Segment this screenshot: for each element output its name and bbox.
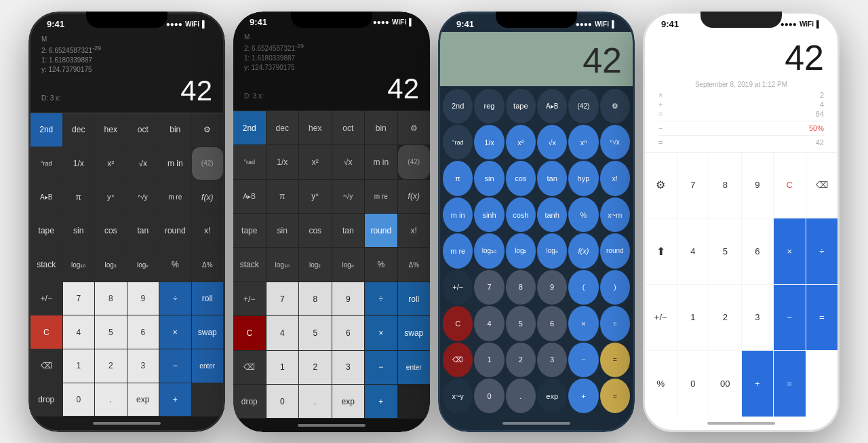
b3-42[interactable]: (42) xyxy=(568,89,598,123)
b3-sq[interactable]: x² xyxy=(506,125,536,159)
btn-c-1[interactable]: C xyxy=(31,315,62,349)
btn-sin-2[interactable]: sin xyxy=(267,214,299,247)
btn-add-2[interactable]: + xyxy=(365,385,397,418)
b3-loge[interactable]: logₑ xyxy=(537,233,567,268)
b4-pm[interactable]: +/− xyxy=(645,285,677,351)
btn-fact-1[interactable]: x! xyxy=(192,214,224,248)
b3-tape[interactable]: tape xyxy=(506,89,536,123)
btn-round-2[interactable]: round xyxy=(365,214,397,247)
b3-xm[interactable]: x~m xyxy=(600,197,630,232)
b3-c[interactable]: C xyxy=(443,306,473,341)
btn-2-2[interactable]: 2 xyxy=(299,351,332,384)
btn-4-1[interactable]: 4 xyxy=(63,315,95,349)
b3-inv[interactable]: 1/x xyxy=(474,125,504,159)
btn-loge-2[interactable]: logₑ xyxy=(332,248,365,281)
b3-ab[interactable]: A▸B xyxy=(537,89,567,123)
b3-eq[interactable]: = xyxy=(600,343,630,377)
b3-log10[interactable]: log₁₀ xyxy=(474,233,504,268)
btn-2nd-1[interactable]: 2nd xyxy=(31,113,62,147)
btn-fact-2[interactable]: x! xyxy=(398,214,431,247)
b3-xn[interactable]: xⁿ xyxy=(568,125,598,159)
btn-add-1[interactable]: + xyxy=(159,383,191,417)
btn-1-1[interactable]: 1 xyxy=(63,349,95,383)
b3-round[interactable]: round xyxy=(600,233,630,268)
b3-sqrt[interactable]: √x xyxy=(537,125,567,159)
btn-tan-2[interactable]: tan xyxy=(332,214,365,247)
btn-4-2[interactable]: 4 xyxy=(267,316,299,349)
btn-dot-1[interactable]: . xyxy=(95,383,127,417)
b3-reg[interactable]: reg xyxy=(474,89,504,123)
b3-mre[interactable]: m re xyxy=(443,233,473,268)
btn-sqrt-1[interactable]: √x xyxy=(127,147,159,180)
btn-roll-1[interactable]: roll xyxy=(192,282,224,315)
b3-degr[interactable]: °rad xyxy=(443,125,473,159)
btn-mul-2[interactable]: × xyxy=(365,316,397,349)
btn-pct-1[interactable]: % xyxy=(159,248,191,282)
b3-lp[interactable]: ( xyxy=(568,270,598,305)
b4-eq[interactable]: = xyxy=(806,285,838,351)
b3-9[interactable]: 9 xyxy=(537,270,567,305)
btn-dpct-2[interactable]: Δ% xyxy=(398,248,431,281)
b3-add[interactable]: + xyxy=(568,379,598,413)
btn-settings-1[interactable]: ⚙ xyxy=(192,113,224,147)
btn-sq-2[interactable]: x² xyxy=(299,145,332,178)
btn-8-1[interactable]: 8 xyxy=(95,282,127,315)
b3-hyp[interactable]: hyp xyxy=(568,161,598,195)
b4-del[interactable]: ⌫ xyxy=(806,153,838,218)
btn-dec-1[interactable]: dec xyxy=(63,113,95,147)
b4-eq2[interactable]: = xyxy=(774,351,806,417)
btn-log2-2[interactable]: log₂ xyxy=(299,248,332,281)
btn-dpct-1[interactable]: Δ% xyxy=(192,248,224,282)
b3-rp[interactable]: ) xyxy=(600,270,630,305)
btn-inv-1[interactable]: 1/x xyxy=(63,147,95,180)
btn-stack-2[interactable]: stack xyxy=(233,248,266,281)
btn-tape-1[interactable]: tape xyxy=(31,214,62,248)
b3-6[interactable]: 6 xyxy=(537,306,567,341)
btn-min-1[interactable]: m in xyxy=(159,147,191,180)
b4-add[interactable]: + xyxy=(742,351,774,417)
btn-degr-2[interactable]: °rad xyxy=(233,145,266,178)
btn-exp-2[interactable]: exp xyxy=(332,385,365,418)
btn-round-1[interactable]: round xyxy=(159,214,191,248)
btn-2nd-2[interactable]: 2nd xyxy=(233,111,266,145)
b3-pct[interactable]: % xyxy=(568,197,598,232)
btn-log10-2[interactable]: log₁₀ xyxy=(267,248,299,281)
b4-7[interactable]: 7 xyxy=(677,153,709,218)
b3-0[interactable]: 0 xyxy=(474,379,504,413)
btn-pi-2[interactable]: π xyxy=(267,180,299,213)
b3-nrtx[interactable]: ⁿ√x xyxy=(600,125,630,159)
b3-cos[interactable]: cos xyxy=(506,161,536,195)
btn-swap-2[interactable]: swap xyxy=(398,316,431,349)
btn-div-2[interactable]: ÷ xyxy=(365,282,397,315)
btn-hex-2[interactable]: hex xyxy=(299,111,332,145)
btn-roll-2[interactable]: roll xyxy=(398,282,431,315)
btn-ab-1[interactable]: A▸B xyxy=(31,180,62,214)
b4-8[interactable]: 8 xyxy=(709,153,741,218)
b3-gear[interactable]: ⚙ xyxy=(600,89,630,123)
b3-min[interactable]: m in xyxy=(443,197,473,232)
b4-00[interactable]: 00 xyxy=(709,351,741,417)
btn-del-2[interactable]: ⌫ xyxy=(233,351,266,384)
btn-cos-2[interactable]: cos xyxy=(299,214,332,247)
btn-tape-2[interactable]: tape xyxy=(233,214,266,247)
b3-exp[interactable]: exp xyxy=(537,379,567,413)
btn-mre-1[interactable]: m re xyxy=(159,180,191,214)
b3-tan[interactable]: tan xyxy=(537,161,567,195)
btn-nrty-2[interactable]: ⁿ√y xyxy=(332,180,365,213)
btn-7-2[interactable]: 7 xyxy=(267,282,299,315)
b4-6[interactable]: 6 xyxy=(742,218,774,284)
btn-dec-2[interactable]: dec xyxy=(267,111,299,145)
btn-2-1[interactable]: 2 xyxy=(95,349,127,383)
b3-mul[interactable]: × xyxy=(568,306,598,341)
b3-3[interactable]: 3 xyxy=(537,343,567,377)
btn-nrty-1[interactable]: ⁿ√y xyxy=(127,180,159,214)
btn-loge-1[interactable]: logₑ xyxy=(127,248,159,282)
b4-9[interactable]: 9 xyxy=(742,153,774,218)
b4-5[interactable]: 5 xyxy=(709,218,741,284)
b3-8[interactable]: 8 xyxy=(506,270,536,305)
b4-0[interactable]: 0 xyxy=(677,351,709,417)
b3-log2[interactable]: log₂ xyxy=(506,233,536,268)
btn-log2-1[interactable]: log₂ xyxy=(95,248,127,282)
btn-div-1[interactable]: ÷ xyxy=(159,282,191,315)
b4-2[interactable]: 2 xyxy=(709,285,741,351)
